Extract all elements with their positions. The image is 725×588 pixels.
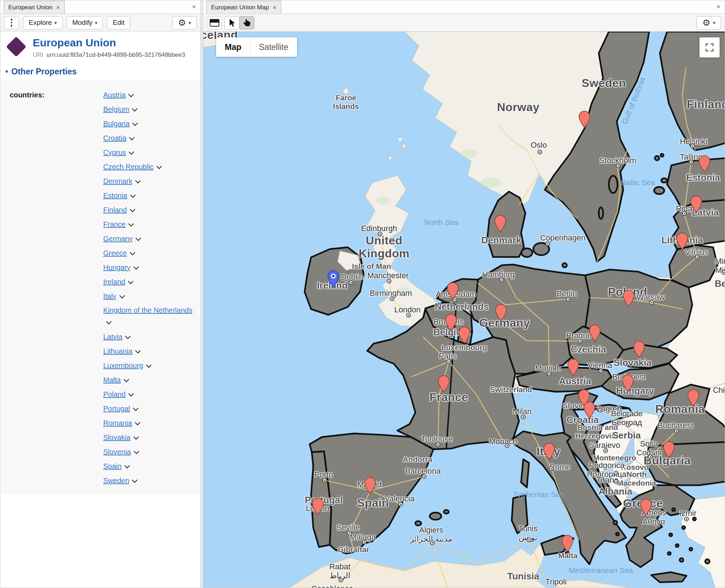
map-marker-hungary[interactable]	[622, 375, 634, 392]
country-link[interactable]: Luxembourg	[103, 362, 143, 369]
country-link[interactable]: Hungary	[103, 263, 131, 271]
chevron-down-icon[interactable]	[132, 120, 138, 126]
map-type-map-button[interactable]: Map	[216, 37, 250, 57]
map-marker-ireland[interactable]	[328, 270, 339, 288]
chevron-down-icon[interactable]	[135, 419, 141, 425]
country-link[interactable]: Slovenia	[103, 448, 131, 456]
country-link[interactable]: Ireland	[103, 278, 125, 286]
map-canvas[interactable]: IcelandNorwaySwedenFinlandEstoniaLatviaL…	[203, 32, 725, 588]
country-link[interactable]: Austria	[103, 91, 126, 99]
map-marker-france[interactable]	[438, 375, 450, 392]
country-link[interactable]: Portugal	[103, 405, 130, 413]
country-link[interactable]: Spain	[103, 462, 122, 470]
edit-button[interactable]: Edit	[107, 16, 130, 29]
country-link[interactable]: Finland	[103, 206, 127, 214]
panel-close-icon[interactable]: ×	[192, 3, 196, 10]
tab-european-union[interactable]: European Union ×	[4, 1, 65, 14]
map-marker-portugal[interactable]	[312, 498, 324, 515]
chevron-down-icon[interactable]	[124, 376, 129, 382]
map-marker-belgium[interactable]	[445, 314, 457, 331]
map-marker-luxembourg[interactable]	[459, 326, 470, 344]
map-marker-bulgaria[interactable]	[663, 441, 675, 458]
country-link[interactable]: Czech Republic	[103, 163, 154, 171]
chevron-down-icon[interactable]	[124, 463, 130, 468]
explore-button[interactable]: Explore ▾	[23, 16, 63, 29]
chevron-down-icon[interactable]	[135, 178, 141, 183]
country-link[interactable]: Italy	[103, 292, 117, 300]
chevron-down-icon[interactable]	[133, 434, 139, 440]
map-marker-croatia[interactable]	[584, 401, 596, 419]
chevron-down-icon[interactable]	[129, 149, 134, 155]
country-link[interactable]: Greece	[103, 249, 127, 257]
country-link[interactable]: Estonia	[103, 192, 127, 199]
tab-close-icon[interactable]: ×	[56, 4, 60, 11]
tab-european-union-map[interactable]: European Union Map ×	[206, 1, 281, 14]
chevron-down-icon[interactable]	[128, 91, 134, 97]
map-marker-estonia[interactable]	[699, 155, 711, 173]
settings-button[interactable]: ⚙ ▾	[172, 16, 197, 29]
country-link[interactable]: Lithuania	[103, 347, 132, 355]
chevron-down-icon[interactable]	[136, 235, 141, 241]
map-marker-greece[interactable]	[640, 499, 652, 516]
kebab-menu-button[interactable]	[4, 16, 19, 29]
chevron-down-icon[interactable]	[133, 448, 139, 454]
map-marker-austria[interactable]	[567, 359, 579, 376]
chevron-down-icon[interactable]	[125, 333, 131, 339]
country-link[interactable]: Croatia	[103, 134, 126, 142]
country-link[interactable]: Malta	[103, 376, 121, 384]
map-marker-netherlands[interactable]	[447, 282, 459, 299]
map-marker-malta[interactable]	[562, 535, 574, 552]
map-marker-poland[interactable]	[623, 290, 635, 307]
country-row: France	[103, 217, 197, 231]
country-row: Croatia	[103, 131, 197, 145]
fullscreen-button[interactable]	[699, 37, 720, 58]
chevron-down-icon[interactable]	[128, 391, 134, 396]
card-view-button[interactable]	[207, 16, 222, 29]
map-marker-denmark[interactable]	[494, 215, 506, 232]
chevron-down-icon[interactable]	[156, 163, 162, 169]
country-link[interactable]: Poland	[103, 390, 126, 398]
chevron-down-icon[interactable]	[135, 348, 141, 353]
chevron-down-icon[interactable]	[133, 264, 139, 270]
select-tool-button[interactable]	[224, 16, 240, 29]
chevron-down-icon[interactable]	[130, 192, 136, 198]
tab-close-icon[interactable]: ×	[273, 4, 277, 11]
chevron-down-icon[interactable]	[132, 477, 138, 483]
map-marker-lithuania[interactable]	[676, 233, 688, 250]
chevron-down-icon[interactable]	[129, 134, 135, 140]
map-marker-latvia[interactable]	[690, 196, 702, 213]
country-link[interactable]: Slovakia	[103, 433, 131, 441]
country-link[interactable]: Germany	[103, 235, 133, 243]
chevron-down-icon[interactable]	[128, 278, 134, 284]
chevron-down-icon[interactable]	[129, 206, 135, 212]
map-type-satellite-button[interactable]: Satellite	[250, 37, 297, 57]
chevron-down-icon[interactable]	[146, 362, 152, 368]
country-link[interactable]: Kingdom of the Netherlands	[103, 306, 192, 314]
pan-tool-button[interactable]	[239, 16, 254, 29]
map-marker-romania[interactable]	[688, 389, 699, 406]
map-marker-germany[interactable]	[495, 304, 507, 321]
country-link[interactable]: Cyprus	[103, 148, 126, 156]
country-link[interactable]: Bulgaria	[103, 120, 129, 128]
chevron-down-icon[interactable]	[132, 106, 138, 111]
map-marker-spain[interactable]	[364, 477, 376, 494]
chevron-down-icon[interactable]	[106, 318, 112, 324]
country-link[interactable]: France	[103, 220, 126, 228]
other-properties-toggle[interactable]: ▾ Other Properties	[0, 62, 200, 81]
chevron-down-icon[interactable]	[119, 293, 125, 298]
country-link[interactable]: Romania	[103, 419, 132, 427]
country-link[interactable]: Sweden	[103, 477, 129, 484]
country-link[interactable]: Belgium	[103, 105, 129, 113]
country-link[interactable]: Latvia	[103, 333, 122, 341]
map-settings-button[interactable]: ⚙ ▾	[697, 16, 721, 29]
map-marker-czechia[interactable]	[589, 325, 601, 342]
modify-button[interactable]: Modify ▾	[67, 16, 103, 29]
map-marker-slovakia[interactable]	[633, 341, 645, 358]
map-marker-sweden[interactable]	[579, 111, 591, 128]
panel-close-icon[interactable]: ×	[716, 3, 720, 10]
country-link[interactable]: Denmark	[103, 177, 132, 185]
chevron-down-icon[interactable]	[128, 221, 134, 226]
chevron-down-icon[interactable]	[129, 249, 135, 255]
map-marker-italy[interactable]	[543, 443, 555, 460]
chevron-down-icon[interactable]	[133, 405, 138, 411]
